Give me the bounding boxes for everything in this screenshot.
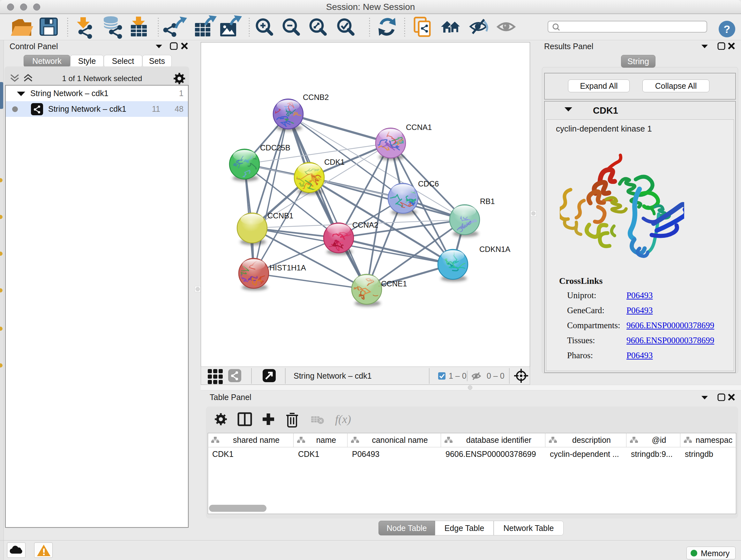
svg-text:HIST1H1A: HIST1H1A <box>269 263 306 272</box>
svg-text:CDC25B: CDC25B <box>260 143 290 152</box>
svg-text:CCNA1: CCNA1 <box>406 123 432 132</box>
svg-text:f(x): f(x) <box>335 413 351 426</box>
svg-text:String Network – cdk1: String Network – cdk1 <box>293 371 372 380</box>
svg-text:CDK1: CDK1 <box>324 158 345 166</box>
svg-text:CDKN1A: CDKN1A <box>479 245 510 253</box>
svg-text:1 – 0: 1 – 0 <box>449 371 467 380</box>
svg-text:CCNB1: CCNB1 <box>267 211 293 220</box>
svg-text:0 – 0: 0 – 0 <box>487 371 504 380</box>
svg-text:CCNB2: CCNB2 <box>303 93 329 102</box>
svg-text:CDC6: CDC6 <box>418 179 439 188</box>
svg-text:RB1: RB1 <box>480 197 495 206</box>
svg-text:CCNE1: CCNE1 <box>381 279 407 288</box>
svg-text:CCNA2: CCNA2 <box>352 221 378 229</box>
